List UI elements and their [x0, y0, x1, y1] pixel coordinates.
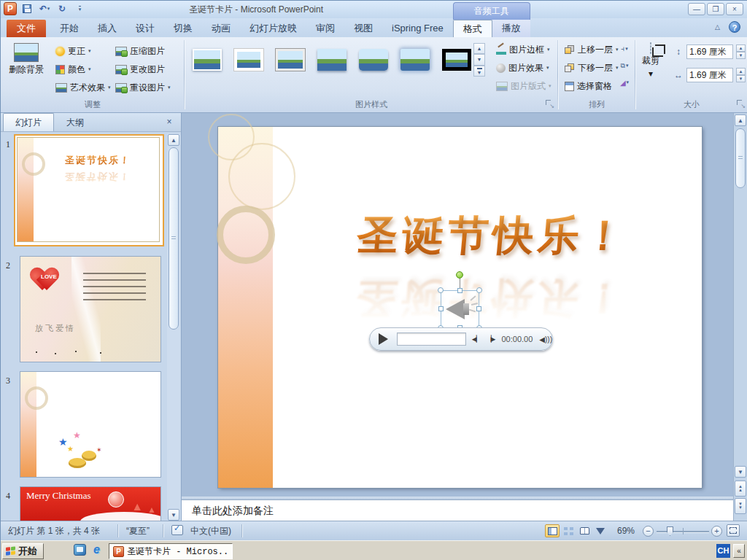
artistic-effects-button[interactable]: 艺术效果▾: [52, 79, 115, 96]
tab-home[interactable]: 开始: [50, 20, 88, 37]
audio-play-button[interactable]: [379, 333, 388, 345]
zoom-percentage[interactable]: 69%: [617, 526, 635, 536]
slide-editing-surface[interactable]: 圣诞节快乐！ 圣诞节快乐！: [218, 127, 702, 488]
bring-forward-button[interactable]: 上移一层▾: [561, 42, 622, 58]
zoom-out-button[interactable]: −: [643, 526, 654, 537]
canvas-scrollbar[interactable]: ▲ ▼ ▲▲ ▼▼: [733, 113, 747, 521]
picture-layout-button[interactable]: 图片版式▾: [492, 78, 555, 94]
picture-style-option-2[interactable]: [231, 43, 267, 77]
tab-file[interactable]: 文件: [7, 20, 46, 37]
language-status[interactable]: 中文(中国): [190, 525, 231, 537]
resize-handle-nw[interactable]: [438, 287, 444, 293]
group-objects-button[interactable]: ⧉▾: [616, 58, 632, 73]
gallery-scroll-down-button[interactable]: ▼: [473, 54, 485, 65]
remove-background-button[interactable]: 删除背景: [5, 40, 47, 79]
tab-animations[interactable]: 动画: [202, 20, 240, 37]
shape-width-stepper[interactable]: ▲▼: [736, 68, 746, 82]
redo-button[interactable]: ↻: [55, 2, 69, 15]
tab-slides-thumbnails[interactable]: 幻灯片: [3, 113, 54, 131]
slideshow-view-button[interactable]: [593, 524, 608, 537]
color-button[interactable]: 颜色▾: [52, 61, 115, 77]
restore-button[interactable]: ❐: [707, 3, 724, 15]
shape-height-stepper[interactable]: ▲▼: [736, 44, 746, 59]
canvas-scroll-up-button[interactable]: ▲: [735, 114, 746, 126]
resize-handle-e[interactable]: [476, 306, 481, 311]
undo-button[interactable]: ↶▾: [37, 2, 52, 15]
picture-style-option-3[interactable]: [272, 43, 309, 77]
slides-scroll-down-button[interactable]: ▼: [168, 509, 179, 521]
gallery-scroll-up-button[interactable]: ▲: [473, 43, 485, 54]
save-button[interactable]: [20, 2, 34, 15]
audio-speaker-object[interactable]: [446, 296, 473, 322]
tray-collapse-button[interactable]: «: [733, 544, 745, 558]
audio-move-forward-button[interactable]: ▕▶: [487, 335, 495, 343]
fit-slide-to-window-button[interactable]: [727, 524, 740, 537]
slide-4-thumbnail[interactable]: Merry Christmas ▲ ▲: [20, 486, 161, 521]
compress-pictures-button[interactable]: 压缩图片: [112, 43, 174, 59]
picture-style-option-1[interactable]: [189, 43, 225, 77]
audio-volume-button[interactable]: ◀))): [539, 335, 552, 343]
shape-height-field[interactable]: [686, 44, 733, 59]
resize-handle-ne[interactable]: [476, 287, 482, 293]
ime-language-indicator[interactable]: CH: [716, 544, 730, 558]
taskbar-task-button[interactable]: P 圣诞节卡片 - Micros...: [109, 543, 233, 559]
picture-style-option-7[interactable]: [438, 43, 475, 77]
reset-picture-button[interactable]: 重设图片▾: [112, 79, 174, 96]
slide-sorter-view-button[interactable]: [561, 524, 576, 537]
picture-style-option-6[interactable]: [397, 43, 433, 77]
shape-width-field[interactable]: [686, 68, 733, 82]
slide-3-thumbnail[interactable]: ★ ★ ★ ✶: [20, 371, 161, 478]
tab-ispring-free[interactable]: iSpring Free: [382, 20, 453, 37]
change-picture-button[interactable]: 更改图片: [112, 61, 174, 77]
picture-style-option-4[interactable]: [314, 43, 350, 77]
crop-button[interactable]: 裁剪 ▾: [638, 40, 663, 82]
tab-outline[interactable]: 大纲: [54, 113, 96, 131]
align-button[interactable]: ⫞▾: [616, 42, 632, 56]
start-button[interactable]: 开始: [2, 543, 44, 559]
slide-2-thumbnail[interactable]: LOVE 放飞爱情: [20, 256, 161, 362]
show-desktop-icon[interactable]: [74, 544, 86, 556]
rotate-button[interactable]: ◢▾: [616, 75, 632, 90]
tab-transitions[interactable]: 切换: [164, 20, 202, 37]
spellcheck-status-icon[interactable]: [171, 525, 183, 535]
slides-scroll-up-button[interactable]: ▲: [168, 134, 179, 146]
picture-style-option-5[interactable]: [355, 43, 392, 77]
customize-qat-button[interactable]: ▾: [72, 2, 87, 15]
audio-progress-track[interactable]: [397, 332, 466, 346]
powerpoint-app-icon[interactable]: P: [4, 2, 17, 15]
tab-review[interactable]: 审阅: [306, 20, 344, 37]
previous-slide-button[interactable]: ▲▲: [735, 481, 746, 497]
zoom-in-button[interactable]: +: [711, 526, 722, 537]
selection-pane-button[interactable]: 选择窗格: [561, 78, 622, 94]
slide-1-thumbnail[interactable]: 圣诞节快乐！ 圣诞节快乐！: [14, 134, 164, 246]
notes-pane[interactable]: 单击此处添加备注: [182, 499, 733, 521]
tab-playback[interactable]: 播放: [492, 20, 530, 37]
normal-view-button[interactable]: [545, 524, 560, 537]
close-pane-icon[interactable]: ×: [163, 117, 175, 128]
tab-design[interactable]: 设计: [126, 20, 164, 37]
send-backward-button[interactable]: 下移一层▾: [561, 60, 622, 76]
picture-effects-button[interactable]: 图片效果▾: [492, 60, 555, 76]
slides-scroll-thumb[interactable]: [169, 147, 179, 330]
minimize-ribbon-button[interactable]: △: [712, 22, 723, 33]
tab-view[interactable]: 视图: [344, 20, 382, 37]
canvas-scroll-down-button[interactable]: ▼: [735, 466, 746, 478]
corrections-button[interactable]: 更正▾: [52, 43, 115, 59]
canvas-scroll-thumb[interactable]: [735, 128, 746, 188]
tab-insert[interactable]: 插入: [88, 20, 126, 37]
reading-view-button[interactable]: [577, 524, 592, 537]
tab-slideshow[interactable]: 幻灯片放映: [240, 20, 306, 37]
help-button[interactable]: ?: [729, 21, 740, 33]
slides-pane-scrollbar[interactable]: ▲ ▼: [167, 133, 180, 521]
audio-move-back-button[interactable]: ◀▏: [472, 335, 481, 343]
gallery-more-button[interactable]: ▼: [473, 66, 485, 77]
resize-handle-w[interactable]: [438, 306, 444, 311]
zoom-slider-thumb[interactable]: [667, 526, 673, 536]
slide-title-text[interactable]: 圣诞节快乐！: [296, 209, 690, 264]
close-button[interactable]: ×: [726, 3, 743, 15]
rotation-handle[interactable]: [456, 271, 463, 279]
internet-explorer-icon[interactable]: e: [93, 544, 100, 556]
picture-border-button[interactable]: 图片边框▾: [492, 42, 555, 58]
minimize-button[interactable]: —: [688, 3, 705, 15]
next-slide-button[interactable]: ▼▼: [735, 498, 746, 514]
